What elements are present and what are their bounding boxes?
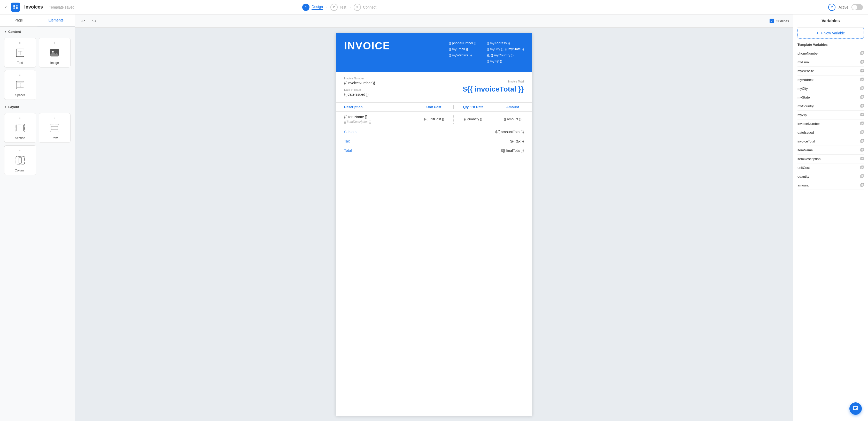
quantity-var: {{ quantity }} <box>464 117 482 121</box>
var-name-invoiceNumber: invoiceNumber <box>798 122 820 126</box>
svg-rect-55 <box>854 407 857 408</box>
invoice-total-value: ${{ invoiceTotal }} <box>463 85 524 93</box>
gridlines-checkbox: ✓ <box>770 19 774 23</box>
drag-handle-text: ⠿ <box>19 42 21 45</box>
content-arrow: ▼ <box>4 30 7 33</box>
quantity-col: {{ quantity }} <box>454 115 493 123</box>
gridlines-label: Gridlines <box>776 19 789 23</box>
date-value: {{ dateIssued }} <box>344 92 426 96</box>
subtotal-row: Subtotal ${{ amountTotal }} <box>336 127 532 137</box>
section-label: Section <box>15 136 25 140</box>
new-variable-button[interactable]: + + New Variable <box>798 28 864 38</box>
new-variable-label: + New Variable <box>820 31 845 35</box>
center-toolbar: ↩ ↪ ✓ Gridlines <box>75 15 793 28</box>
back-button[interactable]: ‹ <box>5 4 7 10</box>
svg-rect-19 <box>51 126 58 130</box>
svg-rect-22 <box>19 157 22 163</box>
step-1-label: Design <box>312 5 323 10</box>
invoice-document: INVOICE {{ phoneNumber }} {{ myEmail }} … <box>336 33 532 416</box>
element-column[interactable]: ⠿ Column <box>4 145 36 175</box>
var-copy-itemDescription[interactable] <box>860 157 864 161</box>
gridlines-toggle[interactable]: ✓ Gridlines <box>770 19 789 23</box>
var-row-itemDescription: itemDescription <box>798 155 864 163</box>
invoice-number-value: {{ invoiceNumber }} <box>344 81 426 85</box>
var-row-myZip: myZip <box>798 111 864 119</box>
var-row-unitCost: unitCost <box>798 163 864 172</box>
var-name-myCountry: myCountry <box>798 104 814 108</box>
active-label: Active <box>839 5 848 9</box>
invoice-meta-right: Invoice Total ${{ invoiceTotal }} <box>434 72 532 102</box>
tab-page[interactable]: Page <box>0 15 37 26</box>
var-copy-myCity[interactable] <box>860 86 864 91</box>
column-label: Column <box>15 169 25 172</box>
column-icon <box>14 154 26 167</box>
city-state-var: {{ myCity }}, {{ myState }} <box>487 46 524 52</box>
content-label: Content <box>8 30 21 34</box>
subtotal-value: ${{ amountTotal }} <box>495 130 524 134</box>
row-icon <box>48 122 61 134</box>
var-copy-invoiceTotal[interactable] <box>860 139 864 143</box>
var-row-myCity: myCity <box>798 84 864 93</box>
var-copy-myAddress[interactable] <box>860 78 864 82</box>
var-row-itemName: itemName <box>798 146 864 155</box>
drag-handle-column: ⠿ <box>19 150 21 152</box>
svg-text:T: T <box>18 50 20 53</box>
col-header-qty: Qty / Hr Rate <box>454 105 493 109</box>
item-name-var: {{ itemName }} <box>344 115 406 119</box>
svg-rect-1 <box>16 5 18 6</box>
country-zip-var: }}, {{ myCountry }} <box>487 52 524 58</box>
element-section[interactable]: ⠿ Section <box>4 113 36 143</box>
var-name-unitCost: unitCost <box>798 166 810 170</box>
step-connect[interactable]: 3 Connect <box>354 4 376 11</box>
var-copy-dateIssued[interactable] <box>860 130 864 135</box>
active-toggle[interactable] <box>851 4 863 10</box>
var-copy-itemName[interactable] <box>860 148 864 152</box>
topbar: ‹ Invoices Template saved 1 Design › 2 T… <box>0 0 868 15</box>
content-section-header[interactable]: ▼ Content <box>0 27 75 36</box>
var-row-quantity: quantity <box>798 172 864 181</box>
var-name-myWebsite: myWebsite <box>798 69 814 73</box>
redo-button[interactable]: ↪ <box>90 17 98 25</box>
var-copy-myEmail[interactable] <box>860 60 864 64</box>
var-name-dateIssued: dateIssued <box>798 131 814 135</box>
element-spacer[interactable]: ⠿ Spacer <box>4 70 36 100</box>
item-desc-col: {{ itemName }} {{ itemDescription }} <box>336 115 414 123</box>
step-2-circle: 2 <box>331 4 338 11</box>
layout-section-header[interactable]: ▼ Layout <box>0 102 75 111</box>
element-image[interactable]: ⠿ Image <box>39 38 71 67</box>
var-copy-myCountry[interactable] <box>860 104 864 108</box>
var-copy-myWebsite[interactable] <box>860 69 864 73</box>
step-design[interactable]: 1 Design <box>302 4 323 11</box>
var-copy-amount[interactable] <box>860 183 864 188</box>
var-copy-phoneNumber[interactable] <box>860 51 864 56</box>
email-var: {{ myEmail }} <box>449 46 476 52</box>
main-area: Page Elements ▼ Content ⠿ T <box>0 15 868 421</box>
right-panel: Variables + + New Variable Template Vari… <box>793 15 868 421</box>
element-text[interactable]: ⠿ T Text <box>4 38 36 67</box>
var-name-invoiceTotal: invoiceTotal <box>798 139 815 143</box>
var-copy-myZip[interactable] <box>860 113 864 117</box>
tab-elements[interactable]: Elements <box>37 15 75 26</box>
zip-var: {{ myZip }} <box>487 58 524 64</box>
var-name-myEmail: myEmail <box>798 60 810 64</box>
step-test[interactable]: 2 Test <box>331 4 346 11</box>
chat-button[interactable] <box>849 402 862 415</box>
element-row[interactable]: ⠿ Row <box>39 113 71 143</box>
invoice-contact: {{ phoneNumber }} {{ myEmail }} {{ myWeb… <box>449 40 476 64</box>
spacer-label: Spacer <box>15 93 25 97</box>
step-3-circle: 3 <box>354 4 361 11</box>
var-name-phoneNumber: phoneNumber <box>798 52 819 55</box>
var-copy-myState[interactable] <box>860 95 864 100</box>
svg-rect-0 <box>13 5 15 7</box>
topbar-right: ? Active <box>828 4 863 11</box>
final-total-row: Total ${{ finalTotal }} <box>336 146 532 155</box>
undo-button[interactable]: ↩ <box>79 17 87 25</box>
var-row-myEmail: myEmail <box>798 58 864 67</box>
var-copy-invoiceNumber[interactable] <box>860 121 864 126</box>
svg-rect-18 <box>51 124 59 132</box>
help-button[interactable]: ? <box>828 4 835 11</box>
var-copy-unitCost[interactable] <box>860 166 864 170</box>
col-header-unit: Unit Cost <box>414 105 454 109</box>
content-elements-grid: ⠿ T Text ⠿ <box>0 36 75 102</box>
var-copy-quantity[interactable] <box>860 174 864 179</box>
